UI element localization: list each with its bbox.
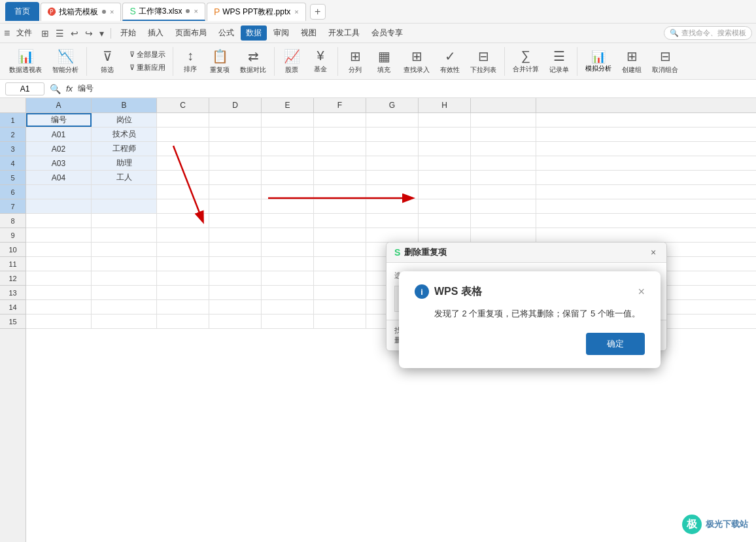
cell-F3[interactable] [314,142,366,156]
toolbar-simulate[interactable]: 📊 模拟分析 [581,47,615,76]
hamburger-icon[interactable]: ≡ [4,27,10,39]
row-header-11[interactable]: 11 [0,257,26,271]
cell-E3[interactable] [262,142,314,156]
cell-H5[interactable] [419,171,471,184]
col-header-G[interactable]: G [366,98,419,112]
row-header-14[interactable]: 14 [0,300,26,314]
menu-start[interactable]: 开始 [115,25,141,41]
col-header-E[interactable]: E [262,98,314,112]
tab-template[interactable]: 🅟 找箱壳模板 × [41,3,121,21]
cell-F4[interactable] [314,156,366,170]
cell-A2[interactable]: A01 [26,127,92,141]
cell-D2[interactable] [209,127,262,141]
menu-search-box[interactable]: 🔍 查找命令、搜索模板 [664,26,752,40]
col-header-F[interactable]: F [314,98,366,112]
toolbar-filter[interactable]: ⊽ 筛选 [91,46,124,76]
tab-xlsx-close[interactable]: × [194,7,198,15]
row-header-13[interactable]: 13 [0,286,26,300]
cell-B3[interactable]: 工程师 [92,142,157,156]
cell-E5[interactable] [262,171,314,184]
toolbar-compare[interactable]: ⇄ 数据对比 [236,46,270,77]
tab-pptx[interactable]: P WPS PPT教程.pptx × [207,3,306,21]
cell-C3[interactable] [157,142,209,156]
cell-D3[interactable] [209,142,262,156]
row-header-3[interactable]: 3 [0,142,26,156]
tab-xlsx[interactable]: S 工作簿3.xlsx × [122,3,205,21]
toolbar-data-view[interactable]: 📊 数据透视表 [5,46,46,77]
toolbar-validity[interactable]: ✓ 有效性 [436,46,464,77]
cell-B4[interactable]: 助理 [92,156,157,170]
cell-B7[interactable] [92,199,157,213]
col-header-A[interactable]: A [26,98,92,112]
cell-B6[interactable] [92,185,157,199]
menu-view[interactable]: 视图 [296,25,322,41]
toolbar-record[interactable]: ☰ 记录单 [545,46,573,77]
add-tab-button[interactable]: + [310,4,326,20]
cell-F2[interactable] [314,127,366,141]
cell-B1[interactable]: 岗位 [92,113,157,127]
cell-A1[interactable]: 编号 [26,113,92,127]
delete-dup-dialog-close[interactable]: × [648,247,659,258]
cell-G5[interactable] [366,171,419,184]
toolbar-sort[interactable]: ↕ 排序 [177,46,203,76]
cell-B5[interactable]: 工人 [92,171,157,184]
toolbar-fill[interactable]: ▦ 填充 [371,46,397,77]
cell-D4[interactable] [209,156,262,170]
cell-A3[interactable]: A02 [26,142,92,156]
tab-template-close[interactable]: × [110,8,114,16]
cell-ref-input[interactable]: A1 [5,82,44,95]
menu-member[interactable]: 会员专享 [366,25,408,41]
toolbar-duplicate[interactable]: 📋 重复项 [206,46,233,77]
row-header-5[interactable]: 5 [0,171,26,185]
row-header-6[interactable]: 6 [0,185,26,199]
menu-dev-tools[interactable]: 开发工具 [323,25,365,41]
cell-A7[interactable] [26,199,92,213]
menu-review[interactable]: 审阅 [268,25,294,41]
undo-icon[interactable]: ↩ [68,27,81,40]
toolbar-reapply[interactable]: ⊽ 重新应用 [126,61,169,74]
toolbar-create[interactable]: ⊞ 创建组 [618,46,645,77]
wps-info-dialog-close[interactable]: × [638,286,645,297]
cell-B8[interactable] [92,214,157,228]
row-header-2[interactable]: 2 [0,127,26,142]
col-header-C[interactable]: C [157,98,209,112]
cell-G1[interactable] [366,113,419,127]
toolbar-split[interactable]: ⊞ 分列 [342,46,368,77]
row-header-15[interactable]: 15 [0,314,26,329]
cell-G2[interactable] [366,127,419,141]
menu-icon-3[interactable]: ▾ [97,27,107,40]
menu-page-layout[interactable]: 页面布局 [170,25,212,41]
cell-F1[interactable] [314,113,366,127]
row-header-4[interactable]: 4 [0,156,26,171]
menu-icon-1[interactable]: ⊞ [39,27,52,40]
cell-A8[interactable] [26,214,92,228]
toolbar-smart-analysis[interactable]: 📉 智能分析 [48,46,82,77]
row-header-10[interactable]: 10 [0,243,26,257]
redo-icon[interactable]: ↪ [82,27,95,40]
menu-data[interactable]: 数据 [241,25,267,41]
cell-F5[interactable] [314,171,366,184]
row-header-9[interactable]: 9 [0,228,26,243]
row-header-12[interactable]: 12 [0,271,26,286]
cell-A6[interactable] [26,185,92,199]
menu-formula[interactable]: 公式 [213,25,239,41]
cell-C4[interactable] [157,156,209,170]
toolbar-dropdown[interactable]: ⊟ 下拉列表 [466,46,500,77]
wps-info-ok-button[interactable]: 确定 [586,333,645,355]
row-header-8[interactable]: 8 [0,214,26,228]
menu-file[interactable]: 文件 [11,25,37,41]
cell-E1[interactable] [262,113,314,127]
col-header-H[interactable]: H [419,98,471,112]
cell-D1[interactable] [209,113,262,127]
tab-home[interactable]: 首页 [5,2,39,21]
cell-H2[interactable] [419,127,471,141]
col-header-B[interactable]: B [92,98,157,112]
toolbar-show-all[interactable]: ⊽ 全部显示 [126,48,169,61]
cell-H4[interactable] [419,156,471,170]
cell-E4[interactable] [262,156,314,170]
menu-icon-2[interactable]: ☰ [53,27,67,40]
cell-C2[interactable] [157,127,209,141]
toolbar-merge-calc[interactable]: ∑ 合并计算 [509,46,543,76]
cell-C1[interactable] [157,113,209,127]
row-header-1[interactable]: 1 [0,113,26,127]
